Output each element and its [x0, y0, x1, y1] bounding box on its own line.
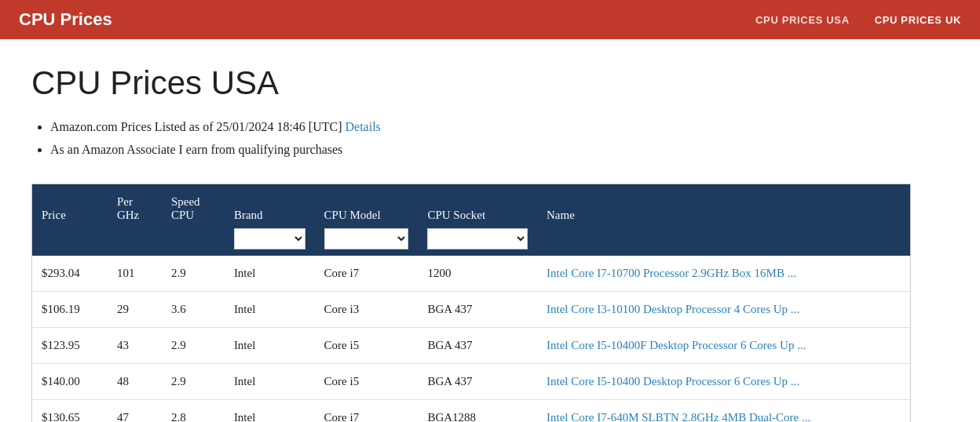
- filter-name-empty: [537, 225, 910, 256]
- col-brand: Brand: [225, 184, 315, 225]
- info-list: Amazon.com Prices Listed as of 25/01/202…: [50, 116, 911, 162]
- info-text-0: Amazon.com Prices Listed as of 25/01/202…: [50, 120, 342, 133]
- col-per-ghz: PerGHz: [108, 184, 162, 225]
- model-filter-select[interactable]: Core i3 Core i5 Core i7: [324, 228, 409, 249]
- main-content: CPU Prices USA Amazon.com Prices Listed …: [0, 39, 942, 422]
- socket-filter-select[interactable]: 1200 BGA 437 BGA1288: [427, 228, 528, 249]
- cell-brand: Intel: [225, 327, 315, 363]
- table-row: $106.19293.6IntelCore i3BGA 437Intel Cor…: [32, 291, 910, 327]
- cell-speed: 2.8: [162, 399, 225, 422]
- cell-model: Core i5: [315, 327, 419, 363]
- cell-price: $293.04: [32, 256, 108, 292]
- cell-model: Core i3: [315, 291, 419, 327]
- page-title: CPU Prices USA: [31, 64, 911, 102]
- filter-speed-empty: [162, 225, 225, 256]
- cell-socket: BGA 437: [418, 363, 537, 399]
- cell-brand: Intel: [225, 399, 315, 422]
- nav-cpu-prices-usa[interactable]: CPU PRICES USA: [755, 14, 850, 26]
- info-item-1: As an Amazon Associate I earn from quali…: [50, 139, 911, 162]
- cell-per-ghz: 101: [108, 256, 162, 292]
- filter-brand-cell[interactable]: Intel AMD: [225, 225, 315, 256]
- filter-price-empty: [32, 225, 108, 256]
- cell-socket: BGA 437: [418, 327, 537, 363]
- table-row: $140.00482.9IntelCore i5BGA 437Intel Cor…: [32, 363, 910, 399]
- brand-filter-select[interactable]: Intel AMD: [234, 228, 305, 249]
- col-speed-cpu: SpeedCPU: [162, 184, 225, 225]
- filter-model-cell[interactable]: Core i3 Core i5 Core i7: [315, 225, 419, 256]
- col-price: Price: [32, 184, 108, 225]
- info-item-0: Amazon.com Prices Listed as of 25/01/202…: [50, 116, 911, 139]
- nav-cpu-prices-uk[interactable]: CPU PRICES UK: [875, 14, 961, 26]
- site-title: CPU Prices: [19, 9, 112, 30]
- col-cpu-socket: CPU Socket: [418, 184, 537, 225]
- cell-model: Core i7: [315, 256, 419, 292]
- col-cpu-model: CPU Model: [315, 184, 419, 225]
- header-nav: CPU PRICES USA CPU PRICES UK: [755, 14, 961, 26]
- filter-socket-cell[interactable]: 1200 BGA 437 BGA1288: [418, 225, 537, 256]
- cell-socket: BGA 437: [418, 291, 537, 327]
- site-header: CPU Prices CPU PRICES USA CPU PRICES UK: [0, 0, 980, 39]
- cell-name[interactable]: Intel Core I7-10700 Processor 2.9GHz Box…: [537, 256, 910, 292]
- cell-speed: 2.9: [162, 256, 225, 292]
- cell-per-ghz: 29: [108, 291, 162, 327]
- col-name: Name: [537, 184, 910, 225]
- cell-name[interactable]: Intel Core I5-10400F Desktop Processor 6…: [537, 327, 910, 363]
- filter-per-ghz-empty: [108, 225, 162, 256]
- table-row: $123.95432.9IntelCore i5BGA 437Intel Cor…: [32, 327, 910, 363]
- cell-price: $123.95: [32, 327, 108, 363]
- cell-per-ghz: 47: [108, 399, 162, 422]
- table-container: Price PerGHz SpeedCPU Brand CPU Model CP…: [31, 184, 911, 422]
- cell-brand: Intel: [225, 291, 315, 327]
- cell-brand: Intel: [225, 363, 315, 399]
- cell-model: Core i5: [315, 363, 419, 399]
- cell-per-ghz: 43: [108, 327, 162, 363]
- cell-name[interactable]: Intel Core I3-10100 Desktop Processor 4 …: [537, 291, 910, 327]
- cell-model: Core i7: [315, 399, 419, 422]
- table-row: $130.65472.8IntelCore i7BGA1288Intel Cor…: [32, 399, 910, 422]
- cell-name[interactable]: Intel Core I7-640M SLBTN 2.8GHz 4MB Dual…: [537, 399, 910, 422]
- cell-per-ghz: 48: [108, 363, 162, 399]
- cpu-table: Price PerGHz SpeedCPU Brand CPU Model CP…: [32, 184, 910, 422]
- cell-name[interactable]: Intel Core I5-10400 Desktop Processor 6 …: [537, 363, 910, 399]
- cell-price: $130.65: [32, 399, 108, 422]
- cell-speed: 3.6: [162, 291, 225, 327]
- cell-socket: 1200: [418, 256, 537, 292]
- cell-brand: Intel: [225, 256, 315, 292]
- cell-price: $140.00: [32, 363, 108, 399]
- details-link[interactable]: Details: [346, 120, 381, 133]
- cell-speed: 2.9: [162, 363, 225, 399]
- table-row: $293.041012.9IntelCore i71200Intel Core …: [32, 256, 910, 292]
- cell-socket: BGA1288: [418, 399, 537, 422]
- cell-speed: 2.9: [162, 327, 225, 363]
- cell-price: $106.19: [32, 291, 108, 327]
